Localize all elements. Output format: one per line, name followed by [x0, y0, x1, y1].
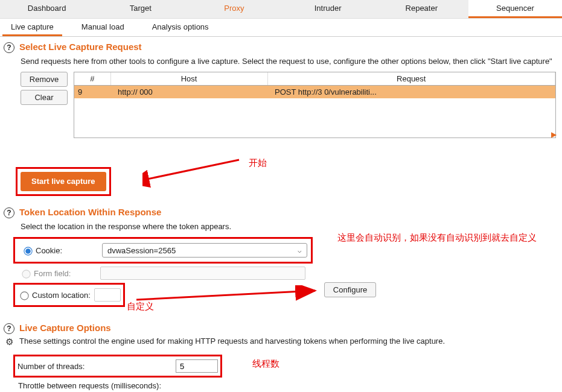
section-desc: These settings control the engine used f…	[19, 337, 445, 346]
annotation-box: Custom location:	[13, 283, 125, 307]
cell-host: http:// 000	[110, 86, 267, 99]
help-icon[interactable]: ?	[4, 207, 14, 218]
annotation-start: 开始	[249, 157, 267, 169]
start-live-capture-button[interactable]: Start live capture	[21, 172, 106, 191]
section-title: Live Capture Options	[19, 323, 111, 333]
tab-dashboard[interactable]: Dashboard	[0, 0, 94, 18]
cookie-radio[interactable]	[24, 247, 32, 255]
gear-icon[interactable]: ⚙	[4, 337, 14, 347]
annotation-box: Number of threads:	[13, 355, 222, 378]
threads-label: Number of threads:	[18, 362, 176, 371]
form-field-radio	[22, 270, 30, 278]
request-table[interactable]: # Host Request 9 http:// 000 POST http:/…	[74, 72, 556, 138]
section-live-capture-request: ? Select Live Capture Request Send reque…	[4, 42, 556, 196]
section-desc: Select the location in the response wher…	[21, 222, 556, 231]
col-host[interactable]: Host	[110, 72, 267, 86]
section-title: Select Live Capture Request	[19, 42, 142, 52]
custom-location-input[interactable]	[94, 288, 121, 302]
sub-tabs: Live capture Manual load Analysis option…	[0, 19, 562, 37]
section-live-capture-options: ? Live Capture Options ⚙ These settings …	[4, 323, 556, 392]
scroll-indicator-icon: ▶	[551, 130, 557, 139]
section-title: Token Location Within Response	[19, 207, 161, 217]
col-number[interactable]: #	[74, 72, 110, 86]
help-icon[interactable]: ?	[4, 323, 14, 334]
col-request[interactable]: Request	[267, 72, 555, 86]
clear-button[interactable]: Clear	[21, 90, 68, 105]
cookie-select[interactable]: dvwaSession=2565 ⌵	[102, 243, 307, 258]
tool-tabs: Dashboard Target Proxy Intruder Repeater…	[0, 0, 562, 19]
help-icon[interactable]: ?	[4, 42, 14, 53]
remove-button[interactable]: Remove	[21, 72, 68, 87]
cell-request: POST http://3 0/vulnerabiliti...	[267, 86, 555, 99]
section-token-location: ? Token Location Within Response Select …	[4, 207, 556, 307]
tab-intruder[interactable]: Intruder	[281, 0, 375, 18]
form-field-label: Form field:	[34, 269, 100, 278]
throttle-label: Throttle between requests (milliseconds)…	[18, 381, 176, 390]
annotation-threads: 线程数	[252, 358, 279, 370]
tab-proxy[interactable]: Proxy	[187, 0, 281, 18]
section-desc: Send requests here from other tools to c…	[21, 57, 556, 66]
subtab-analysis-options[interactable]: Analysis options	[144, 19, 217, 36]
svg-line-1	[147, 160, 239, 179]
threads-input[interactable]	[176, 359, 218, 373]
tab-target[interactable]: Target	[94, 0, 187, 18]
table-row[interactable]: 9 http:// 000 POST http://3 0/vulnerabil…	[74, 86, 555, 99]
cookie-value: dvwaSession=2565	[107, 246, 176, 255]
tab-repeater[interactable]: Repeater	[375, 0, 468, 18]
tab-sequencer[interactable]: Sequencer	[468, 0, 562, 18]
svg-line-3	[136, 291, 315, 300]
cookie-label: Cookie:	[36, 246, 102, 255]
custom-location-label: Custom location:	[32, 291, 91, 300]
annotation-auto-detect: 这里会自动识别，如果没有自动识别到就去自定义	[337, 232, 537, 244]
cell-number: 9	[74, 86, 110, 99]
configure-button[interactable]: Configure	[324, 282, 376, 297]
form-field-input	[100, 267, 305, 280]
annotation-box: Start live capture	[16, 167, 111, 196]
custom-location-radio[interactable]	[20, 291, 28, 300]
annotation-box: Cookie: dvwaSession=2565 ⌵	[13, 237, 313, 264]
annotation-custom: 自定义	[127, 301, 154, 312]
subtab-manual-load[interactable]: Manual load	[73, 19, 133, 36]
subtab-live-capture[interactable]: Live capture	[2, 19, 62, 36]
content: ? Select Live Capture Request Send reque…	[0, 37, 562, 392]
chevron-down-icon: ⌵	[298, 247, 302, 254]
